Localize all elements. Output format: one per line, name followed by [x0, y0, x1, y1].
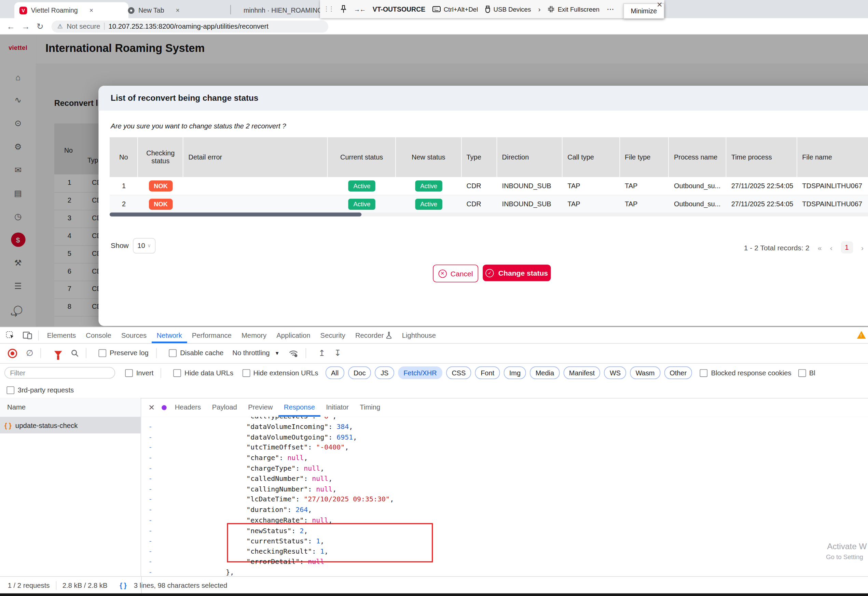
first-page-icon[interactable]: «	[818, 243, 822, 251]
column-header-detail[interactable]: Detail error	[183, 137, 328, 177]
cancel-button[interactable]: ✕ Cancel	[433, 265, 478, 282]
import-har-icon[interactable]: ↥	[318, 348, 325, 358]
horizontal-scrollbar[interactable]	[110, 212, 868, 216]
devtools-tab-elements[interactable]: Elements	[42, 327, 81, 343]
fold-marker[interactable]: -	[148, 527, 152, 534]
more-options-icon[interactable]: ⋯	[607, 5, 614, 13]
fold-marker[interactable]: -	[148, 423, 152, 431]
tab-gitlab[interactable]: minhnh · HIEN_ROAMING ·	[235, 2, 328, 18]
network-conditions-icon[interactable]	[289, 349, 298, 357]
close-tab-icon[interactable]: ×	[90, 6, 93, 14]
filter-pill-ws[interactable]: WS	[604, 366, 626, 379]
filter-pill-fetch-xhr[interactable]: Fetch/XHR	[398, 366, 442, 379]
omnibox[interactable]: ⚠ Not secure 10.207.252.135:8200/roaming…	[51, 20, 328, 32]
devtools-tab-lighthouse[interactable]: Lighthouse	[397, 327, 441, 343]
filter-pill-img[interactable]: Img	[504, 366, 526, 379]
devtools-tab-console[interactable]: Console	[81, 327, 117, 343]
fold-marker[interactable]: -	[148, 454, 152, 462]
close-panel-icon[interactable]: ✕	[148, 403, 155, 412]
devtools-tab-network[interactable]: Network	[152, 327, 187, 343]
fold-marker[interactable]: -	[148, 485, 152, 493]
fold-marker[interactable]: -	[148, 496, 152, 503]
panel-tab-timing[interactable]: Timing	[354, 398, 386, 417]
column-header-new[interactable]: New status	[396, 137, 462, 177]
filter-pill-manifest[interactable]: Manifest	[564, 366, 601, 379]
reload-icon[interactable]: ↻	[37, 21, 43, 31]
fold-marker[interactable]: -	[148, 465, 152, 472]
chevron-right-icon[interactable]: ›	[538, 5, 540, 13]
column-header-current[interactable]: Current status	[328, 137, 396, 177]
preserve-log-checkbox[interactable]	[99, 350, 106, 357]
devtools-tab-security[interactable]: Security	[315, 327, 350, 343]
blocked-requests-checkbox[interactable]	[798, 369, 806, 377]
throttling-select[interactable]: No throttling ▼	[232, 350, 279, 357]
close-tab-icon[interactable]: ×	[176, 6, 180, 14]
fold-marker[interactable]: -	[148, 475, 152, 482]
panel-tab-payload[interactable]: Payload	[206, 398, 242, 417]
name-column-header[interactable]: Name	[0, 398, 141, 417]
tab-viettel-roaming[interactable]: V Viettel Roaming ×	[14, 2, 128, 18]
filter-icon[interactable]	[54, 351, 62, 356]
exit-fullscreen-button[interactable]: Exit Fullscreen	[548, 6, 599, 13]
next-page-icon[interactable]: ›	[861, 243, 864, 251]
devtools-tab-sources[interactable]: Sources	[116, 327, 151, 343]
panel-tab-initiator[interactable]: Initiator	[320, 398, 354, 417]
disable-cache-checkbox[interactable]	[169, 350, 177, 357]
third-party-checkbox[interactable]	[6, 386, 14, 394]
panel-tab-headers[interactable]: Headers	[169, 398, 206, 417]
column-header-file_type[interactable]: File type	[620, 137, 669, 177]
modal-table-row[interactable]: 1NOKActiveActiveCDRINBOUND_SUBTAPTAPOutb…	[110, 177, 868, 195]
invert-checkbox[interactable]	[125, 369, 133, 377]
fold-marker[interactable]: -	[148, 417, 152, 420]
ctrl-alt-del-button[interactable]: Ctrl+Alt+Del	[433, 6, 478, 12]
panel-tab-response[interactable]: Response	[278, 398, 321, 417]
blocked-response-cookies-checkbox[interactable]	[700, 369, 708, 377]
tab-new-tab[interactable]: New Tab ×	[123, 2, 237, 18]
filter-pill-css[interactable]: CSS	[446, 366, 471, 379]
hide-extension-urls-checkbox[interactable]	[242, 369, 250, 377]
devtools-tab-recorder[interactable]: Recorder	[350, 327, 397, 343]
warning-icon[interactable]	[857, 331, 866, 339]
forward-icon[interactable]: →	[22, 22, 30, 31]
prev-page-icon[interactable]: ‹	[830, 243, 833, 251]
filter-pill-all[interactable]: All	[326, 366, 344, 379]
fold-marker[interactable]: -	[148, 433, 152, 441]
fold-marker[interactable]: -	[148, 516, 152, 524]
devtools-tab-performance[interactable]: Performance	[187, 327, 236, 343]
fold-marker[interactable]: -	[148, 568, 152, 576]
column-header-direction[interactable]: Direction	[497, 137, 562, 177]
clear-icon[interactable]: ∅	[26, 348, 33, 358]
fold-marker[interactable]: -	[148, 444, 152, 451]
response-body[interactable]: -"callTypeLevel3": "8",-"dataVolumeIncom…	[141, 417, 868, 576]
page-size-select[interactable]: 10 ∨	[133, 238, 155, 254]
column-header-type[interactable]: Type	[462, 137, 497, 177]
format-json-icon[interactable]: { }	[120, 581, 127, 589]
fold-marker[interactable]: -	[148, 547, 152, 555]
fold-marker[interactable]: -	[148, 558, 152, 566]
fold-marker[interactable]: -	[148, 537, 152, 545]
column-header-no[interactable]: No	[110, 137, 138, 177]
filter-input[interactable]	[4, 367, 115, 378]
pin-icon[interactable]	[341, 5, 347, 13]
export-har-icon[interactable]: ↧	[334, 348, 341, 358]
column-header-file[interactable]: File name	[797, 137, 868, 177]
record-network-log-icon[interactable]	[8, 348, 18, 358]
column-header-time[interactable]: Time process	[726, 137, 797, 177]
filter-pill-media[interactable]: Media	[530, 366, 560, 379]
filter-pill-wasm[interactable]: Wasm	[630, 366, 660, 379]
inspect-icon[interactable]	[6, 330, 15, 339]
filter-pill-font[interactable]: Font	[475, 366, 500, 379]
scrollbar-thumb[interactable]	[110, 212, 362, 216]
filter-pill-js[interactable]: JS	[375, 366, 394, 379]
request-row[interactable]: { } update-status-check	[0, 417, 141, 434]
change-status-confirm-button[interactable]: ✓ Change status	[483, 265, 551, 282]
column-header-checking[interactable]: Checking status	[138, 137, 183, 177]
column-header-process[interactable]: Process name	[669, 137, 726, 177]
drag-handle-icon[interactable]: ⋮⋮	[323, 6, 333, 13]
filter-pill-doc[interactable]: Doc	[348, 366, 371, 379]
search-icon[interactable]	[71, 350, 79, 357]
fold-marker[interactable]: -	[148, 506, 152, 514]
attach-icon[interactable]: →←	[354, 6, 366, 12]
usb-devices-button[interactable]: USB Devices	[485, 5, 531, 13]
back-icon[interactable]: ←	[6, 22, 15, 31]
